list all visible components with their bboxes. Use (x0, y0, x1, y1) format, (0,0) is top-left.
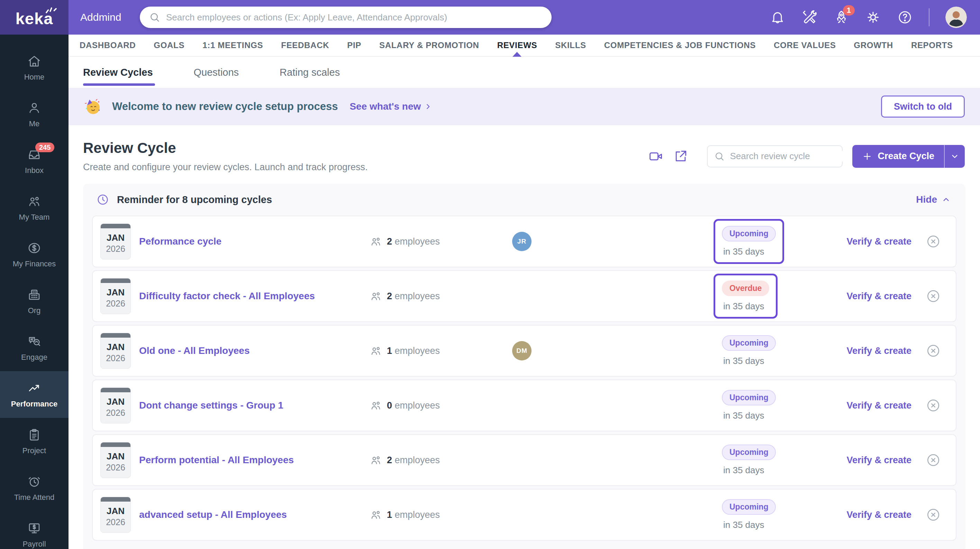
calendar-year: 2026 (101, 298, 130, 309)
clock-icon (96, 193, 109, 206)
review-cycle-row: JAN 2026 Perform potential - All Employe… (92, 434, 956, 486)
sub-tab-review-cycles[interactable]: Review Cycles (83, 57, 153, 88)
plus-icon (862, 151, 872, 162)
owner-avatar-cell: JR (484, 232, 560, 251)
calendar-month: JAN (101, 232, 130, 243)
sidebar-item-performance[interactable]: Performance (0, 371, 68, 418)
banner-message: Welcome to new review cycle setup proces… (112, 100, 338, 113)
nav-tab-pip[interactable]: PIP (347, 35, 361, 56)
nav-tab-reviews[interactable]: REVIEWS (497, 35, 538, 56)
nav-tab-salary-promotion[interactable]: SALARY & PROMOTION (379, 35, 479, 56)
sidebar-item-payroll[interactable]: Payroll (0, 511, 68, 549)
help-icon[interactable] (897, 10, 913, 25)
sidebar-item-me[interactable]: Me (0, 91, 68, 138)
verify-create-link[interactable]: Verify & create (825, 346, 912, 356)
chevron-up-icon (941, 195, 951, 205)
sidebar-item-org[interactable]: Org (0, 278, 68, 324)
status-badge: Upcoming (722, 444, 776, 460)
nav-tab-feedback[interactable]: FEEDBACK (281, 35, 329, 56)
nav-tab-competencies-job-functions[interactable]: COMPETENCIES & JOB FUNCTIONS (604, 35, 756, 56)
dismiss-row-button[interactable] (912, 344, 940, 358)
tools-icon[interactable] (802, 10, 817, 25)
create-cycle-main[interactable]: Create Cycle (852, 145, 944, 168)
cycle-title-link[interactable]: Peformance cycle (139, 236, 369, 247)
cycle-rows: JAN 2026 Peformance cycle 2 employees JR… (92, 216, 956, 541)
people-icon (369, 454, 382, 466)
calendar-tile-bar (101, 497, 130, 501)
nav-tab-growth[interactable]: GROWTH (854, 35, 893, 56)
status-cell: Upcoming in 35 days (694, 438, 825, 482)
status-cell: Overdue in 35 days (694, 274, 825, 319)
user-icon (27, 101, 41, 115)
review-cycle-row: JAN 2026 Old one - All Employees 1 emplo… (92, 325, 956, 377)
rocket-icon[interactable]: 1 (833, 10, 849, 25)
user-avatar[interactable] (945, 6, 967, 28)
time-attend-icon (27, 474, 41, 489)
sidebar-item-home[interactable]: Home (0, 44, 68, 91)
dismiss-row-button[interactable] (912, 234, 940, 249)
verify-create-link[interactable]: Verify & create (825, 400, 912, 411)
people-icon (369, 235, 382, 248)
review-cycle-search-input[interactable] (730, 151, 846, 162)
owner-avatar[interactable]: JR (512, 232, 531, 251)
cycle-title-link[interactable]: Perform potential - All Employees (139, 455, 369, 466)
team-icon (27, 194, 41, 209)
sub-tab-questions[interactable]: Questions (194, 57, 239, 88)
verify-create-link[interactable]: Verify & create (825, 291, 912, 301)
verify-create-link[interactable]: Verify & create (825, 236, 912, 247)
close-circle-icon (926, 398, 940, 413)
calendar-date-tile: JAN 2026 (100, 387, 131, 424)
notifications-bell-icon[interactable] (770, 10, 786, 25)
global-search-input[interactable] (166, 12, 542, 23)
employee-count-value: 0 (387, 400, 392, 411)
calendar-date-tile: JAN 2026 (100, 278, 131, 314)
sidebar-item-label: Time Attend (14, 493, 55, 502)
sidebar-item-project[interactable]: Project (0, 418, 68, 465)
create-cycle-dropdown[interactable] (945, 145, 965, 168)
create-cycle-button[interactable]: Create Cycle (852, 145, 965, 168)
cycle-title-link[interactable]: Dont change settings - Group 1 (139, 400, 369, 411)
video-tutorial-icon[interactable] (648, 149, 663, 164)
review-cycle-search[interactable] (707, 145, 843, 167)
sidebar-item-my-team[interactable]: My Team (0, 184, 68, 231)
calendar-year: 2026 (101, 408, 130, 418)
verify-create-link[interactable]: Verify & create (825, 509, 912, 520)
nav-tab-goals[interactable]: GOALS (154, 35, 185, 56)
keka-logo[interactable]: keka (0, 0, 68, 35)
review-cycle-row: JAN 2026 advanced setup - All Employees … (92, 489, 956, 541)
see-whats-new-link[interactable]: See what's new (350, 101, 433, 112)
cycle-title-link[interactable]: advanced setup - All Employees (139, 509, 369, 520)
employee-count: 1 employees (369, 344, 484, 357)
sub-tab-rating-scales[interactable]: Rating scales (280, 57, 340, 88)
sidebar-item-time-attend[interactable]: Time Attend (0, 465, 68, 511)
hide-reminders-link[interactable]: Hide (916, 194, 952, 205)
dismiss-row-button[interactable] (912, 508, 940, 522)
owner-avatar[interactable]: DM (512, 341, 531, 360)
nav-tab-dashboard[interactable]: DASHBOARD (80, 35, 136, 56)
employee-count: 0 employees (369, 399, 484, 412)
switch-to-old-button[interactable]: Switch to old (881, 95, 965, 117)
global-search[interactable] (140, 6, 552, 28)
nav-tab-core-values[interactable]: CORE VALUES (774, 35, 836, 56)
settings-gear-icon[interactable] (865, 10, 881, 25)
review-cycle-row: JAN 2026 Dont change settings - Group 1 … (92, 379, 956, 432)
dismiss-row-button[interactable] (912, 453, 940, 467)
create-cycle-label: Create Cycle (878, 151, 934, 162)
employees-label: employees (395, 400, 440, 411)
sidebar-item-my-finances[interactable]: My Finances (0, 231, 68, 278)
calendar-tile-bar (101, 333, 130, 338)
dismiss-row-button[interactable] (912, 289, 940, 303)
external-link-icon[interactable] (673, 149, 688, 164)
nav-tab-skills[interactable]: SKILLS (555, 35, 586, 56)
cycle-title-link[interactable]: Difficulty factor check - All Employees (139, 290, 369, 301)
nav-tab-reports[interactable]: REPORTS (911, 35, 953, 56)
verify-create-link[interactable]: Verify & create (825, 455, 912, 466)
cycle-title-link[interactable]: Old one - All Employees (139, 345, 369, 356)
hide-label: Hide (916, 194, 937, 205)
employee-count-value: 1 (387, 346, 392, 356)
dismiss-row-button[interactable] (912, 398, 940, 413)
new-process-banner: Welcome to new review cycle setup proces… (68, 88, 980, 125)
nav-tab-1-1-meetings[interactable]: 1:1 MEETINGS (202, 35, 263, 56)
sidebar-item-inbox[interactable]: Inbox245 (0, 138, 68, 184)
sidebar-item-engage[interactable]: Engage (0, 324, 68, 371)
